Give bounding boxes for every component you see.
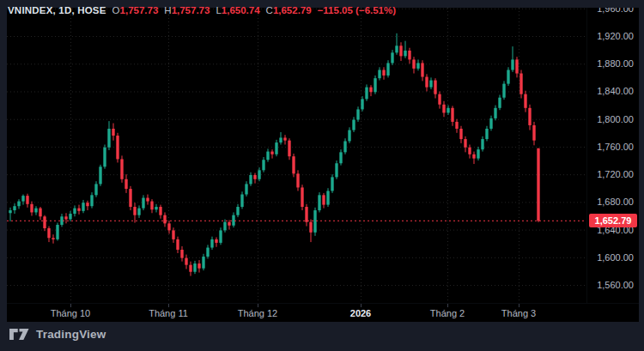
price-axis[interactable]: 1,652.79 1,960.001,920.001,880.001,840.0… <box>586 8 639 303</box>
candle <box>202 254 204 270</box>
candle <box>442 101 445 118</box>
candle <box>249 172 252 186</box>
candle <box>215 237 217 246</box>
candle <box>193 261 196 274</box>
candle <box>94 181 97 197</box>
candle <box>386 60 389 77</box>
candles-layer <box>9 33 539 276</box>
candle <box>532 122 535 145</box>
candle <box>335 160 337 179</box>
candle <box>296 170 299 191</box>
candle <box>133 203 136 222</box>
candle <box>52 234 54 243</box>
chart-legend: VNINDEX, 1D, HOSE O1,757.73H1,757.73L1,6… <box>8 4 396 16</box>
candle <box>356 106 359 122</box>
time-tick-mark <box>70 304 71 307</box>
candle <box>472 152 475 165</box>
candle <box>245 181 247 197</box>
candle <box>210 237 213 250</box>
ohlc-item: L1,650.74 <box>216 4 259 16</box>
candle <box>288 138 290 160</box>
candle <box>313 208 316 236</box>
candle <box>331 174 333 193</box>
candle <box>47 227 50 243</box>
candle <box>197 260 200 273</box>
tradingview-logo[interactable]: TradingView <box>9 328 106 341</box>
candle <box>90 192 93 209</box>
candle <box>369 85 372 96</box>
candle <box>167 221 170 233</box>
candle <box>240 191 243 209</box>
time-tick-label: Tháng 10 <box>51 308 90 318</box>
ohlc-item: H1,757.73 <box>164 4 210 16</box>
candle <box>412 57 415 73</box>
candle <box>107 121 110 150</box>
candle <box>348 127 350 143</box>
candle <box>99 165 101 186</box>
candle <box>185 255 187 269</box>
time-tick-label: Tháng 3 <box>501 308 536 318</box>
price-tick-label: 1,920.00 <box>597 29 634 43</box>
candle <box>30 202 33 216</box>
price-tick-label: 1,960.00 <box>597 8 634 15</box>
price-tick-label: 1,760.00 <box>597 140 634 154</box>
candle <box>464 136 466 153</box>
candle <box>189 262 191 276</box>
candle <box>416 59 419 70</box>
price-tick-label: 1,560.00 <box>597 278 634 292</box>
candle <box>77 205 80 215</box>
candle <box>326 188 329 207</box>
candle <box>39 207 41 220</box>
candle <box>322 193 325 209</box>
candle <box>21 195 24 205</box>
candle <box>489 116 492 131</box>
candle <box>365 84 368 100</box>
candle <box>404 41 406 58</box>
candle <box>176 237 179 253</box>
candle <box>17 199 20 209</box>
candle <box>399 42 402 61</box>
candle <box>339 149 342 166</box>
candle <box>511 46 513 72</box>
candle <box>519 70 522 99</box>
price-tick-label: 1,880.00 <box>597 57 634 70</box>
candle <box>382 67 385 80</box>
candle <box>120 155 123 182</box>
time-tick-label: 2026 <box>350 308 371 318</box>
candle <box>481 136 483 152</box>
candle <box>378 67 380 80</box>
candle <box>270 149 273 158</box>
candle <box>408 48 410 64</box>
candle <box>180 246 183 262</box>
candle <box>146 195 149 205</box>
candle <box>150 199 153 213</box>
candle <box>103 145 106 169</box>
candle <box>275 140 277 156</box>
candlestick-canvas[interactable] <box>7 8 586 303</box>
candle <box>155 204 157 213</box>
symbol-title[interactable]: VNINDEX, 1D, HOSE <box>8 4 106 16</box>
candle <box>502 81 505 100</box>
candle <box>112 124 114 141</box>
candle <box>528 105 531 130</box>
candle <box>498 95 501 111</box>
ohlc-values: O1,757.73H1,757.73L1,650.74C1,652.79 <box>112 4 312 16</box>
price-tick-label: 1,800.00 <box>597 112 634 126</box>
candle <box>142 195 144 210</box>
candle <box>26 194 28 208</box>
candle <box>206 245 209 258</box>
candle <box>129 186 131 210</box>
candle <box>425 74 428 91</box>
time-tick-mark <box>361 304 361 307</box>
ohlc-item: O1,757.73 <box>112 4 159 16</box>
candle <box>455 119 458 133</box>
candle <box>262 157 264 172</box>
candle <box>507 67 509 86</box>
price-tick-label: 1,720.00 <box>597 167 634 181</box>
chart-pane[interactable] <box>7 8 586 303</box>
candle <box>429 77 432 89</box>
tradingview-chart-window: VNINDEX, 1D, HOSE O1,757.73H1,757.73L1,6… <box>0 0 644 351</box>
candle <box>447 106 449 115</box>
candle <box>82 200 84 213</box>
time-axis[interactable]: Tháng 10Tháng 11Tháng 122026Tháng 2Tháng… <box>7 303 639 322</box>
